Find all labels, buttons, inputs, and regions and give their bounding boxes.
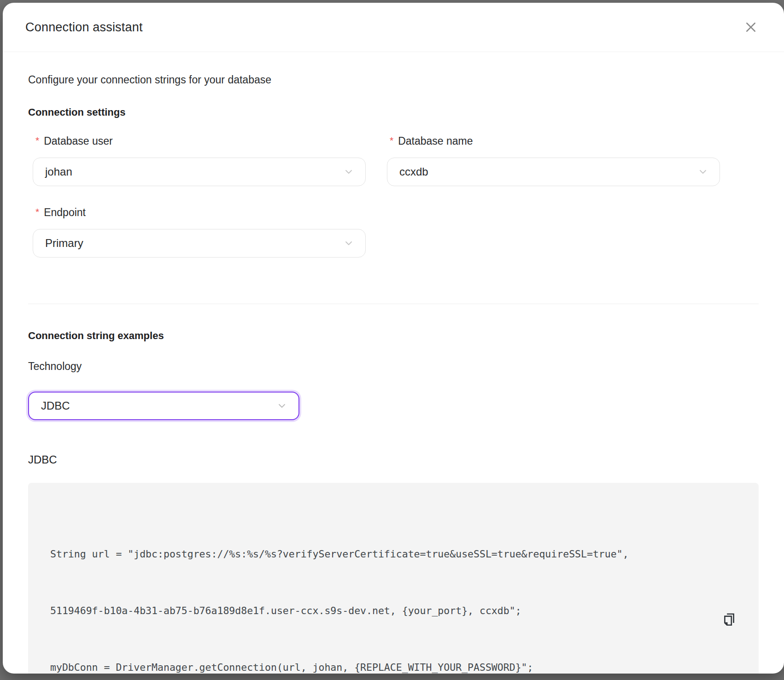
jdbc-example-title: JDBC [28, 452, 759, 467]
technology-select[interactable]: JDBC [28, 392, 299, 420]
required-asterisk: * [35, 205, 39, 219]
endpoint-value: Primary [45, 237, 83, 250]
connection-string-code-block: String url = "jdbc:postgres://%s:%s/%s?v… [28, 483, 759, 674]
technology-label: Technology [28, 359, 759, 373]
endpoint-field: * Endpoint Primary [33, 205, 366, 258]
chevron-down-icon [276, 400, 287, 411]
chevron-down-icon [343, 166, 354, 177]
database-user-label: * Database user [33, 134, 366, 148]
connection-assistant-dialog: Connection assistant Configure your conn… [3, 3, 784, 674]
dialog-body: Configure your connection strings for yo… [3, 52, 784, 674]
code-line: 5119469f-b10a-4b31-ab75-b76a189d8e1f.use… [50, 601, 703, 620]
endpoint-select[interactable]: Primary [33, 229, 366, 258]
copy-button[interactable] [719, 610, 739, 630]
code-line: myDbConn = DriverManager.getConnection(u… [50, 658, 703, 674]
database-user-value: johan [45, 165, 72, 178]
dialog-header: Connection assistant [3, 3, 784, 52]
required-asterisk: * [35, 134, 39, 147]
required-asterisk: * [390, 134, 393, 147]
database-name-select[interactable]: ccxdb [387, 158, 720, 186]
copy-icon [722, 612, 737, 628]
database-user-field: * Database user johan [33, 134, 366, 186]
chevron-down-icon [697, 166, 708, 177]
dialog-description: Configure your connection strings for yo… [28, 72, 759, 87]
database-name-label: * Database name [387, 134, 720, 148]
database-name-field: * Database name ccxdb [387, 134, 720, 186]
technology-value: JDBC [41, 399, 70, 412]
connection-string-examples-heading: Connection string examples [28, 329, 759, 343]
endpoint-label: * Endpoint [33, 205, 366, 220]
section-divider [28, 304, 759, 304]
chevron-down-icon [343, 238, 354, 249]
dialog-close-button[interactable] [742, 18, 760, 36]
connection-settings-heading: Connection settings [28, 106, 759, 119]
database-user-select[interactable]: johan [33, 158, 366, 186]
database-name-value: ccxdb [399, 165, 428, 178]
code-line: String url = "jdbc:postgres://%s:%s/%s?v… [50, 545, 703, 563]
connection-settings-fields: * Database user johan * Database name cc… [28, 134, 759, 258]
close-icon [744, 20, 758, 34]
dialog-title: Connection assistant [25, 20, 143, 35]
